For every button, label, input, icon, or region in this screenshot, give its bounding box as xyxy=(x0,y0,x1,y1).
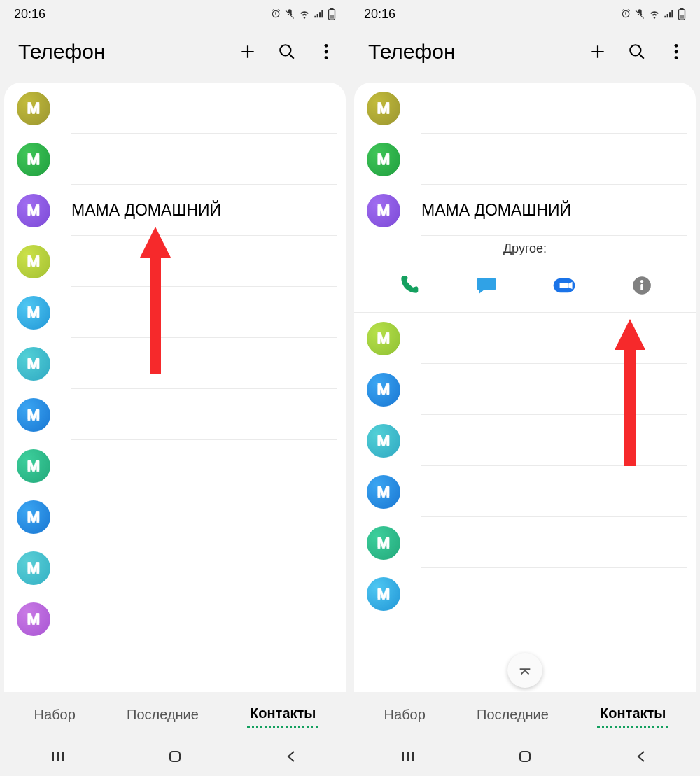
contact-row[interactable]: М xyxy=(354,364,696,415)
contact-row[interactable]: М xyxy=(4,542,346,593)
contact-row[interactable]: М xyxy=(4,83,346,134)
info-button[interactable] xyxy=(628,271,656,299)
avatar-letter: М xyxy=(377,202,390,220)
page-title: Телефон xyxy=(368,40,455,64)
contact-avatar: М xyxy=(17,602,50,636)
contact-avatar: М xyxy=(367,92,400,125)
tab-recent[interactable]: Последние xyxy=(124,703,202,727)
status-bar: 20:16 xyxy=(350,0,700,28)
contact-name: МАМА ДОМАШНИЙ xyxy=(71,201,221,220)
svg-point-13 xyxy=(675,50,678,54)
contact-avatar: М xyxy=(367,577,400,611)
svg-point-14 xyxy=(675,56,678,59)
tab-dial[interactable]: Набор xyxy=(31,703,78,727)
nav-home-button[interactable] xyxy=(161,742,189,770)
more-vertical-icon xyxy=(323,43,329,61)
contact-row[interactable]: М xyxy=(4,134,346,185)
video-icon xyxy=(552,274,577,297)
page-title: Телефон xyxy=(18,40,105,64)
svg-rect-7 xyxy=(170,752,180,761)
nav-back-button[interactable] xyxy=(628,742,656,770)
contact-row[interactable]: М xyxy=(354,415,696,466)
contact-row[interactable]: М xyxy=(4,287,346,338)
plus-icon xyxy=(589,43,607,61)
search-button[interactable] xyxy=(277,42,297,62)
contact-avatar: М xyxy=(367,143,400,176)
avatar-letter: М xyxy=(27,253,40,271)
contact-row[interactable]: М xyxy=(354,466,696,517)
contact-row[interactable]: М xyxy=(354,313,696,364)
svg-rect-20 xyxy=(520,752,530,761)
avatar-letter: М xyxy=(27,202,40,220)
contact-row[interactable]: М xyxy=(4,236,346,287)
nav-recents-icon xyxy=(400,748,416,765)
call-button[interactable] xyxy=(395,271,423,299)
plus-icon xyxy=(239,43,257,61)
contact-row[interactable]: М xyxy=(4,389,346,440)
message-button[interactable] xyxy=(472,271,500,299)
svg-rect-1 xyxy=(330,8,333,10)
app-header: Телефон xyxy=(350,28,700,83)
contact-list[interactable]: ММММАМА ДОМАШНИЙДругое:ММММММ xyxy=(354,83,696,692)
avatar-letter: М xyxy=(27,508,40,526)
contact-row[interactable]: М xyxy=(354,517,696,568)
nav-home-button[interactable] xyxy=(511,742,539,770)
signal-icon xyxy=(314,8,325,20)
svg-rect-2 xyxy=(330,15,334,19)
more-button[interactable] xyxy=(666,42,686,62)
svg-rect-19 xyxy=(640,284,643,290)
wifi-icon xyxy=(648,8,661,20)
nav-back-button[interactable] xyxy=(278,742,306,770)
contact-row[interactable]: ММАМА ДОМАШНИЙ xyxy=(354,185,696,236)
scroll-to-top-button[interactable] xyxy=(507,653,542,688)
contact-row[interactable]: М xyxy=(4,338,346,389)
tab-contacts[interactable]: Контакты xyxy=(597,701,668,728)
nav-recents-icon xyxy=(50,748,66,765)
tab-dial[interactable]: Набор xyxy=(382,703,428,727)
alarm-icon xyxy=(270,8,281,20)
avatar-letter: М xyxy=(27,150,40,169)
contact-row[interactable]: М xyxy=(354,83,696,134)
avatar-letter: М xyxy=(27,406,40,424)
add-button[interactable] xyxy=(588,42,608,62)
nav-recents-button[interactable] xyxy=(394,742,422,770)
status-icons xyxy=(620,8,686,20)
contact-avatar: М xyxy=(17,296,50,330)
nav-home-icon xyxy=(517,748,533,765)
contact-row[interactable]: ММАМА ДОМАШНИЙ xyxy=(4,185,346,236)
contact-avatar: М xyxy=(17,449,50,483)
avatar-letter: М xyxy=(27,457,40,475)
add-button[interactable] xyxy=(238,42,258,62)
avatar-letter: М xyxy=(27,559,40,577)
avatar-letter: М xyxy=(377,381,390,399)
svg-point-18 xyxy=(640,280,643,283)
avatar-letter: М xyxy=(27,610,40,628)
avatar-letter: М xyxy=(377,534,390,552)
bottom-tabs: Набор Последние Контакты xyxy=(0,692,350,737)
tab-recent[interactable]: Последние xyxy=(474,703,552,727)
contact-row[interactable]: М xyxy=(4,440,346,491)
avatar-letter: М xyxy=(377,330,390,348)
nav-recents-button[interactable] xyxy=(44,742,72,770)
expanded-subtitle: Другое: xyxy=(363,241,687,256)
contact-list[interactable]: ММММАМА ДОМАШНИЙММММММММ xyxy=(4,83,346,692)
contact-avatar: М xyxy=(367,322,400,355)
battery-icon xyxy=(328,8,336,20)
svg-point-4 xyxy=(325,44,328,48)
contact-avatar: М xyxy=(17,551,50,585)
android-nav-bar xyxy=(0,737,350,776)
contact-row[interactable]: М xyxy=(354,134,696,185)
wifi-icon xyxy=(298,8,311,20)
tab-contacts[interactable]: Контакты xyxy=(247,701,318,728)
more-button[interactable] xyxy=(316,42,336,62)
search-icon xyxy=(628,43,646,61)
bottom-tabs: Набор Последние Контакты xyxy=(350,692,700,737)
video-call-button[interactable] xyxy=(550,271,578,299)
avatar-letter: М xyxy=(377,585,390,603)
search-button[interactable] xyxy=(627,42,647,62)
contact-avatar: М xyxy=(17,194,50,227)
contact-name: МАМА ДОМАШНИЙ xyxy=(421,201,571,220)
contact-row[interactable]: М xyxy=(4,491,346,542)
contact-row[interactable]: М xyxy=(4,593,346,644)
contact-row[interactable]: М xyxy=(354,568,696,619)
